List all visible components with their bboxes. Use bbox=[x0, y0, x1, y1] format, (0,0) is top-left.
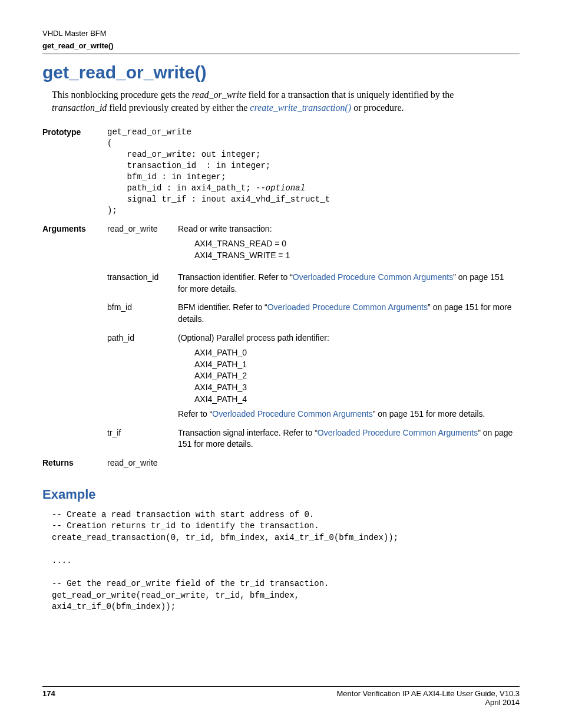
prototype-row: Prototype get_read_or_write ( read_or_wr… bbox=[42, 124, 520, 220]
axi4-path-3: AXI4_PATH_3 bbox=[194, 382, 515, 394]
axi4-trans-read: AXI4_TRANS_READ = 0 bbox=[194, 238, 515, 250]
axi4-trans-write: AXI4_TRANS_WRITE = 1 bbox=[194, 250, 515, 262]
proto-l1: get_read_or_write bbox=[107, 127, 191, 137]
footer-guide: Mentor Verification IP AE AXI4-Lite User… bbox=[337, 689, 520, 698]
arg-name-transactionid: transaction_id bbox=[107, 269, 178, 299]
spec-table: Prototype get_read_or_write ( read_or_wr… bbox=[42, 124, 520, 473]
intro-text-pre: This nonblocking procedure gets the bbox=[52, 90, 192, 100]
arg-bfm-link[interactable]: Overloaded Procedure Common Arguments bbox=[267, 302, 428, 312]
arg-trif-link[interactable]: Overloaded Procedure Common Arguments bbox=[318, 428, 478, 437]
proto-l7: signal tr_if : inout axi4_vhd_if_struct_… bbox=[107, 195, 330, 204]
label-returns: Returns bbox=[42, 455, 107, 474]
running-header-line1: VHDL Master BFM bbox=[42, 28, 520, 39]
page-number: 174 bbox=[42, 689, 55, 707]
intro-text-tail: or procedure. bbox=[351, 103, 404, 113]
axi4-path-1: AXI4_PATH_1 bbox=[194, 359, 515, 371]
axi4-path-4: AXI4_PATH_4 bbox=[194, 394, 515, 406]
arg-name-trif: tr_if bbox=[107, 425, 178, 455]
proto-l3: read_or_write: out integer; bbox=[107, 150, 260, 159]
arg-name-readwrite: read_or_write bbox=[107, 221, 178, 270]
arg-row-transactionid: transaction_id Transaction identifier. R… bbox=[42, 269, 520, 299]
label-arguments: Arguments bbox=[42, 221, 107, 270]
intro-tid-name: transaction_id bbox=[52, 103, 107, 113]
arg-bfm-pre: BFM identifier. Refer to “ bbox=[178, 302, 267, 312]
footer: 174 Mentor Verification IP AE AXI4-Lite … bbox=[42, 686, 520, 707]
prototype-code: get_read_or_write ( read_or_write: out i… bbox=[107, 127, 515, 216]
arg-tid-pre: Transaction identifier. Refer to “ bbox=[178, 272, 293, 282]
create-write-transaction-link[interactable]: create_write_transaction() bbox=[250, 103, 351, 113]
arg-row-bfmid: bfm_id BFM identifier. Refer to “Overloa… bbox=[42, 299, 520, 330]
proto-l4: transaction_id : in integer; bbox=[107, 161, 270, 170]
proto-l2: ( bbox=[107, 139, 112, 148]
arg-tid-link[interactable]: Overloaded Procedure Common Arguments bbox=[293, 272, 453, 282]
intro-text-post: field previously created by either the bbox=[107, 103, 250, 113]
arg-row-trif: tr_if Transaction signal interface. Refe… bbox=[42, 425, 520, 455]
axi4-path-0: AXI4_PATH_0 bbox=[194, 347, 515, 359]
arg-row-readwrite: Arguments read_or_write Read or write tr… bbox=[42, 221, 520, 270]
header-rule bbox=[42, 54, 520, 54]
arg-path-ref-post: ” on page 151 for more details. bbox=[373, 409, 485, 419]
arg-path-ref-pre: Refer to “ bbox=[178, 409, 212, 419]
intro-paragraph: This nonblocking procedure gets the read… bbox=[52, 88, 500, 114]
example-heading: Example bbox=[42, 487, 520, 502]
page-title: get_read_or_write() bbox=[42, 62, 520, 83]
proto-l6a: path_id : in axi4_path_t; bbox=[107, 183, 256, 193]
intro-field-name: read_or_write bbox=[192, 90, 246, 100]
running-header-line2: get_read_or_write() bbox=[42, 41, 520, 50]
arg-name-pathid: path_id bbox=[107, 330, 178, 425]
returns-row: Returns read_or_write bbox=[42, 455, 520, 474]
label-prototype: Prototype bbox=[42, 124, 107, 220]
proto-l6b: --optional bbox=[256, 183, 305, 193]
footer-date: April 2014 bbox=[337, 698, 520, 707]
intro-text-mid: field for a transaction that is uniquely… bbox=[246, 90, 454, 100]
arg-trif-pre: Transaction signal interface. Refer to “ bbox=[178, 428, 318, 437]
returns-value: read_or_write bbox=[107, 455, 178, 474]
proto-l5: bfm_id : in integer; bbox=[107, 172, 226, 182]
arg-path-desc: (Optional) Parallel process path identif… bbox=[178, 332, 515, 344]
arg-path-ref-link[interactable]: Overloaded Procedure Common Arguments bbox=[212, 409, 372, 419]
proto-l8: ); bbox=[107, 206, 117, 215]
arg-desc-readwrite: Read or write transaction: bbox=[178, 223, 515, 235]
example-code: -- Create a read transaction with start … bbox=[52, 509, 520, 613]
arg-name-bfmid: bfm_id bbox=[107, 299, 178, 330]
axi4-path-2: AXI4_PATH_2 bbox=[194, 370, 515, 382]
arg-row-pathid: path_id (Optional) Parallel process path… bbox=[42, 330, 520, 425]
footer-rule bbox=[42, 686, 520, 687]
